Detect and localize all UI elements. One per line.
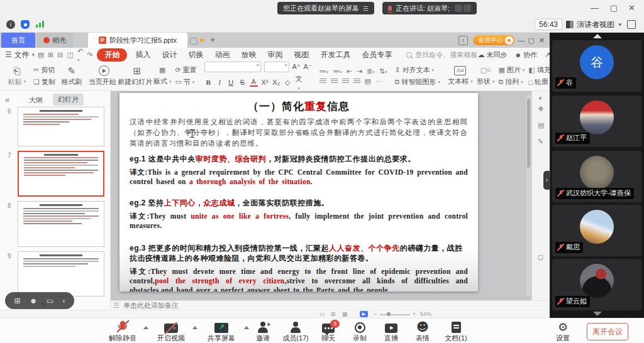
numbered-list-icon[interactable]: ≕▾ — [333, 67, 342, 75]
tab-document[interactable]: P 阶段性学习汇报5.pptx — [88, 33, 187, 48]
picture-button[interactable]: ▦图片▾ — [498, 65, 525, 75]
settings-button[interactable]: ⚙ 设置 — [539, 320, 587, 343]
window-tool-icon[interactable]: 1 — [458, 36, 468, 45]
banner-list-icon[interactable]: ☰ — [363, 5, 369, 12]
align-center-icon[interactable] — [331, 79, 338, 84]
cut-button[interactable]: ✂剪切 — [33, 65, 55, 75]
play-from-page-button[interactable]: ▶ 当页开始▾ — [90, 63, 119, 89]
underline-button[interactable]: U — [227, 79, 235, 86]
smartart-button[interactable]: ⧉转智能图形▾ — [395, 77, 440, 87]
export-icon[interactable]: ⊞ — [48, 51, 53, 59]
sidebar-collapse-handle[interactable]: › — [543, 171, 550, 190]
grid-view-icon[interactable]: ⊞ — [331, 311, 336, 317]
new-slide-button[interactable]: ⊞ 新建幻灯片▾ — [123, 63, 152, 89]
collapse-panel-icon[interactable]: « — [5, 95, 9, 104]
preview-icon[interactable]: ◫ — [67, 51, 74, 59]
copy-button[interactable]: ❏复制 — [33, 77, 55, 87]
participant-tile[interactable]: 戴思 — [552, 205, 641, 256]
menu-file[interactable]: 文件 — [12, 50, 31, 60]
distribute-icon[interactable]: ▤ — [365, 77, 371, 85]
tab-docer[interactable]: 稻壳 — [36, 33, 73, 48]
slide-thumbnail-7[interactable] — [18, 151, 104, 197]
paste-button[interactable]: ⎗ 粘贴▾ — [3, 63, 31, 89]
notes-bar[interactable]: ☰ 单击此处添加备注 — [111, 300, 550, 310]
line-spacing-icon[interactable]: ≣▾ — [367, 67, 375, 75]
format-painter-button[interactable]: ✎ 格式刷 — [57, 63, 86, 89]
search-input[interactable]: 查找命令、搜索模板 — [406, 50, 477, 60]
sync-status[interactable]: ☁未同步 — [477, 50, 507, 60]
grid-icon[interactable]: ⊞ — [14, 297, 20, 305]
columns-icon[interactable]: ⋯ — [375, 77, 382, 85]
strikethrough-button[interactable]: S — [238, 79, 247, 86]
edit-tool-icon[interactable]: ✎ — [538, 138, 543, 146]
tab-outline[interactable]: 大纲 — [29, 95, 43, 105]
canvas-scrollbar[interactable] — [526, 95, 531, 296]
align-text-button[interactable]: ⇕对齐文本▾ — [395, 65, 440, 75]
bold-button[interactable]: B — [204, 79, 213, 86]
beautify-tool-icon[interactable]: ❖ — [538, 105, 544, 113]
layout-button[interactable]: 版式▾ — [153, 77, 172, 86]
menu-review[interactable]: 审阅 — [262, 50, 288, 60]
docs-button[interactable]: 文档(1) — [432, 320, 480, 343]
wps-minimize-button[interactable]: — — [518, 33, 525, 48]
tab-comment-icon[interactable] — [190, 38, 197, 45]
participant-tile[interactable]: 望云姒 — [552, 259, 641, 310]
section-button[interactable]: ▭节▾ — [175, 77, 196, 87]
chevron-up-icon[interactable]: ▲ — [538, 95, 543, 101]
floating-reaction-bar[interactable]: ⊞ ☻ ▭ ‹ — [5, 292, 74, 309]
text-tools-button[interactable]: 文▾ — [295, 74, 303, 91]
leave-meeting-button[interactable]: 离开会议 — [587, 323, 628, 340]
scroll-up-icon[interactable] — [593, 34, 602, 38]
zoom-out-icon[interactable]: − — [374, 311, 377, 317]
start-video-button[interactable]: 开启视频 — [147, 320, 195, 343]
redo-icon[interactable]: ↷ — [87, 51, 92, 59]
tab-home[interactable]: 首页 — [1, 33, 35, 48]
textbox-button[interactable]: A≡ 文本框▾ — [446, 63, 475, 89]
emoji-icon[interactable]: ☻ — [30, 297, 38, 305]
keyboard-icon[interactable]: ▭ — [47, 297, 53, 305]
slideshow-button[interactable]: ▶ — [360, 311, 368, 317]
meeting-maximize-button[interactable]: ▢ — [610, 0, 618, 16]
menu-view[interactable]: 视图 — [288, 50, 314, 60]
fill-button[interactable]: ◧填充▾ — [528, 65, 550, 75]
align-right-icon[interactable] — [342, 79, 349, 84]
new-tab-button[interactable]: + — [210, 35, 215, 45]
superscript-button[interactable]: X² — [261, 79, 269, 86]
notes-tool-icon[interactable]: ▤ — [538, 121, 544, 129]
italic-button[interactable]: I — [216, 79, 224, 86]
menu-member[interactable]: 会员专享 — [356, 50, 397, 60]
font-size-select[interactable] — [264, 62, 289, 72]
slide-thumbnail-6[interactable] — [18, 107, 104, 146]
decrease-indent-icon[interactable]: ⇤ — [347, 67, 352, 75]
meeting-minimize-button[interactable]: — — [591, 0, 599, 16]
view-mode-dropdown[interactable]: 演讲者视图 ▼ — [566, 19, 623, 30]
menu-devtools[interactable]: 开发工具 — [314, 50, 356, 60]
video-options-caret[interactable] — [192, 326, 197, 329]
shape-button[interactable]: 形状▾ — [477, 77, 495, 86]
menu-slideshow[interactable]: 放映 — [235, 50, 262, 60]
align-left-icon[interactable] — [319, 79, 326, 84]
slide-thumbnail-8[interactable] — [18, 201, 104, 247]
justify-icon[interactable] — [353, 79, 360, 84]
share-screen-button[interactable]: 共享屏幕 — [197, 320, 245, 343]
outline-button[interactable]: □轮廓▾ — [528, 77, 550, 87]
menu-start[interactable]: 开始 — [97, 48, 127, 62]
print-icon[interactable]: ⊟ — [57, 51, 63, 59]
wps-close-button[interactable]: ✕ — [539, 33, 545, 48]
font-color-button[interactable]: A — [250, 78, 258, 87]
comment-tool-icon[interactable]: ◻ — [538, 253, 543, 261]
menu-design[interactable]: 设计 — [156, 50, 182, 60]
participant-tile[interactable]: 武汉纺织大学-谭燕保 — [552, 151, 641, 202]
meeting-info-icon[interactable]: i — [6, 20, 15, 29]
wps-restore-button[interactable]: ▢ — [528, 33, 535, 48]
menu-animation[interactable]: 动画 — [209, 50, 235, 60]
arrange-button[interactable]: ⧉排列▾ — [498, 77, 525, 87]
security-shield-icon[interactable] — [21, 20, 30, 29]
bullet-list-icon[interactable]: ≔▾ — [319, 67, 329, 75]
fullscreen-icon[interactable] — [627, 20, 636, 29]
participant-tile[interactable]: 赵江平 — [552, 95, 641, 147]
zoom-in-icon[interactable]: + — [413, 311, 416, 317]
slide-page[interactable]: （一）简化重复信息 汉语中经常并列使用意义相近的词语，甚至有的四字成语中前两个字… — [119, 93, 478, 291]
tab-slides[interactable]: 幻灯片 — [53, 94, 84, 106]
account-badge[interactable]: 会员中心 ☻ — [473, 35, 514, 45]
